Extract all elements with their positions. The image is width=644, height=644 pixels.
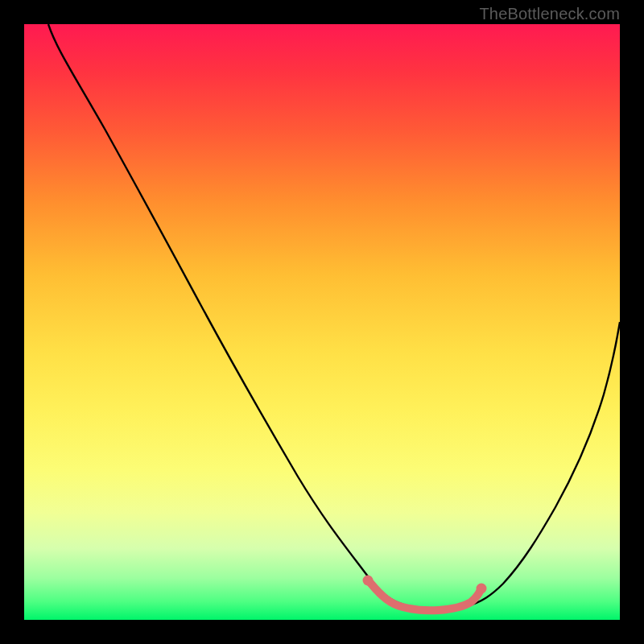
bottleneck-curve	[48, 24, 620, 610]
highlighted-minimum	[370, 583, 481, 610]
watermark-text: TheBottleneck.com	[479, 5, 620, 23]
curve-layer	[24, 24, 620, 620]
chart-frame: TheBottleneck.com	[0, 0, 644, 644]
right-knee-dot	[477, 584, 487, 594]
left-knee-dot	[363, 576, 374, 586]
plot-gradient-background	[24, 24, 620, 620]
